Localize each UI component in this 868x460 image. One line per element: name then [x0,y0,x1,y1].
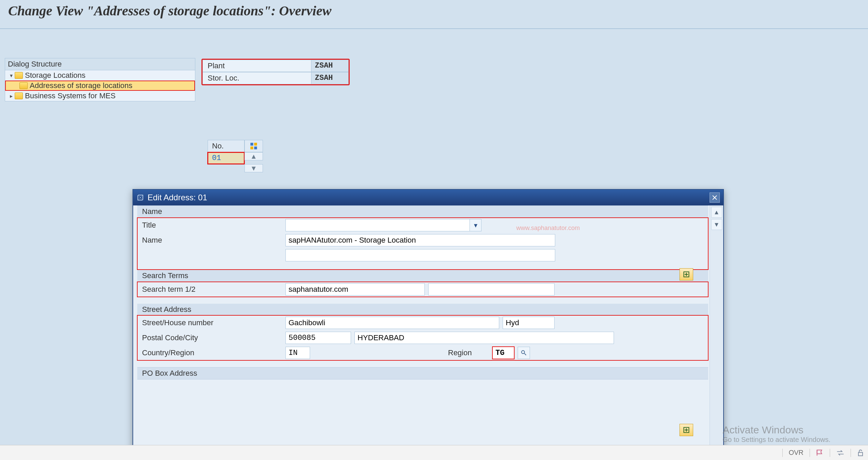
svg-rect-7 [858,452,863,456]
expand-name-button[interactable] [680,268,693,281]
statusbar-mode: OVR [789,449,803,457]
plant-value: ZSAH [311,60,349,72]
region-search-help-button[interactable] [518,347,530,359]
street-label: Street/House number [142,318,282,327]
name-input[interactable] [285,234,555,246]
name-label: Name [142,236,282,245]
sloc-label: Stor. Loc. [202,72,311,84]
dialog-structure-header: Dialog Structure [5,58,195,70]
country-label: Country/Region [142,348,282,357]
section-street-address: Street Address [137,304,708,315]
folder-icon [15,72,23,79]
svg-rect-3 [254,146,257,149]
dialog-titlebar[interactable]: Edit Address: 01 [133,190,723,205]
plant-label: Plant [202,60,311,72]
page-title: Change View "Addresses of storage locati… [0,0,868,29]
section-name: Name [137,205,708,218]
edit-address-dialog: Edit Address: 01 ▲ ▼ Name www.saphanatut… [132,189,724,455]
street-input[interactable] [285,317,499,329]
watermark-line1: Activate Windows [723,424,830,436]
no-column-header: No. [208,140,244,152]
tree-node-label: Business Systems for MES [25,91,115,100]
city-input[interactable] [354,332,614,344]
postal-code-input[interactable] [285,332,351,344]
name2-input[interactable] [285,249,555,261]
statusbar-transfer-icon[interactable] [836,449,844,457]
postal-label: Postal Code/City [142,333,282,342]
search-term1-input[interactable] [285,283,425,296]
tree-node-business-systems[interactable]: ▸ Business Systems for MES [5,91,195,101]
caret-expanded-icon[interactable]: ▾ [8,72,15,79]
title-label: Title [142,221,282,230]
folder-open-icon [19,82,28,89]
sloc-value: ZSAH [311,72,349,84]
expand-street-button[interactable] [680,424,693,436]
region-input[interactable] [492,347,514,359]
svg-point-5 [521,350,524,354]
scroll-up-icon[interactable]: ▲ [711,207,722,218]
region-label: Region [448,348,489,357]
table-settings-icon[interactable] [244,140,263,152]
windows-activation-watermark: Activate Windows Go to Settings to activ… [723,424,830,444]
tree-node-label: Storage Locations [25,71,85,80]
tree-node-addresses[interactable]: Addresses of storage locations [5,81,195,91]
number-table: No. 01 ▲ ▼ [208,140,263,172]
search-icon [521,350,527,356]
dialog-title: Edit Address: 01 [148,193,207,202]
watermark-line2: Go to Settings to activate Windows. [723,436,830,444]
scroll-up-button[interactable]: ▲ [244,152,263,160]
statusbar-lock-icon[interactable] [857,449,864,457]
svg-rect-0 [250,143,253,145]
scroll-down-button[interactable]: ▼ [244,164,263,172]
dialog-close-button[interactable] [710,192,720,203]
statusbar-flag-icon[interactable] [816,449,824,457]
title-input[interactable] [285,219,470,231]
house-number-input[interactable] [503,317,555,329]
title-dropdown-button[interactable]: ▾ [470,219,481,231]
dialog-structure-panel: Dialog Structure ▾ Storage Locations Add… [5,58,195,101]
folder-icon [15,92,23,99]
search-term-label: Search term 1/2 [142,285,282,294]
dialog-leaf-icon [137,194,144,201]
section-po-box: PO Box Address [137,367,708,379]
no-cell-value[interactable]: 01 [208,152,244,164]
dialog-scrollbar[interactable]: ▲ ▼ [710,205,723,455]
statusbar: OVR [0,445,868,460]
svg-rect-2 [250,146,253,149]
tree-node-storage-locations[interactable]: ▾ Storage Locations [5,70,195,81]
scroll-down-icon[interactable]: ▼ [711,219,722,230]
plant-sloc-block: Plant ZSAH Stor. Loc. ZSAH [201,59,350,85]
section-search-terms: Search Terms [137,270,708,282]
caret-collapsed-icon[interactable]: ▸ [8,93,15,99]
country-input[interactable] [285,347,310,359]
svg-rect-1 [254,143,257,145]
search-term2-input[interactable] [428,283,555,296]
tree-node-label: Addresses of storage locations [30,81,132,90]
